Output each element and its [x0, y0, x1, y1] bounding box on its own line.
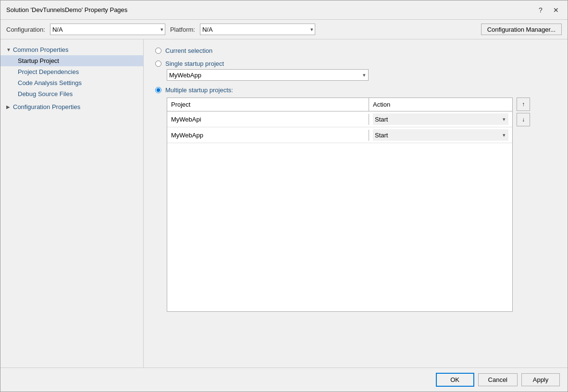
move-down-button[interactable]: ↓ [517, 113, 530, 126]
single-startup-section: Single startup project MyWebApp [155, 60, 556, 81]
multiple-startup-section: Multiple startup projects: Project Actio… [155, 86, 556, 312]
configuration-properties-section: ▶ Configuration Properties [0, 100, 143, 113]
single-startup-row: Single startup project [155, 60, 556, 67]
config-bar: Configuration: N/A Platform: N/A Configu… [0, 20, 568, 39]
platform-select-wrapper: N/A [200, 24, 315, 35]
sidebar-item-startup-project[interactable]: Startup Project [0, 55, 143, 66]
configuration-label: Configuration: [6, 26, 45, 33]
table-row: MyWebApi Start None Start without debugg… [167, 111, 512, 127]
table-row: MyWebApp Start None Start without debugg… [167, 127, 512, 143]
action-select-wrapper-mywebapi: Start None Start without debugging [373, 113, 508, 125]
help-button[interactable]: ? [535, 4, 546, 16]
action-select-wrapper-mywebapp: Start None Start without debugging [373, 129, 508, 141]
sidebar-item-debug-source-files[interactable]: Debug Source Files [0, 88, 143, 99]
ok-button[interactable]: OK [436, 373, 474, 387]
project-name-mywebapp: MyWebApp [167, 130, 369, 141]
table-reorder-buttons: ↑ ↓ [517, 98, 530, 312]
configuration-select-wrapper: N/A [50, 24, 165, 35]
apply-button[interactable]: Apply [521, 373, 560, 386]
configuration-manager-button[interactable]: Configuration Manager... [481, 24, 562, 35]
sidebar-item-code-analysis-settings[interactable]: Code Analysis Settings [0, 77, 143, 88]
table-empty-area [167, 143, 512, 311]
multiple-startup-radio[interactable] [155, 87, 161, 93]
action-select-mywebapi[interactable]: Start None Start without debugging [373, 113, 508, 125]
single-startup-wrapper: MyWebApp [167, 69, 369, 81]
action-cell-mywebapp: Start None Start without debugging [369, 127, 512, 143]
action-cell-mywebapi: Start None Start without debugging [369, 111, 512, 127]
col-action-header: Action [369, 98, 512, 111]
sidebar: ▼ Common Properties Startup Project Proj… [0, 39, 144, 368]
projects-table-container: Project Action MyWebApi Start [167, 98, 556, 312]
platform-select[interactable]: N/A [200, 24, 315, 35]
projects-table: Project Action MyWebApi Start [167, 98, 513, 312]
col-project-header: Project [167, 98, 369, 111]
multiple-startup-row: Multiple startup projects: [155, 86, 556, 94]
single-startup-dropdown[interactable]: MyWebApp [167, 69, 369, 81]
single-startup-select-container: MyWebApp [167, 69, 556, 81]
multiple-startup-label[interactable]: Multiple startup projects: [165, 86, 233, 94]
configuration-properties-header[interactable]: ▶ Configuration Properties [0, 101, 143, 112]
current-selection-label[interactable]: Current selection [165, 47, 212, 54]
close-button[interactable]: ✕ [550, 4, 562, 16]
single-startup-radio[interactable] [155, 61, 161, 67]
current-selection-row: Current selection [155, 47, 556, 54]
common-properties-header[interactable]: ▼ Common Properties [0, 44, 143, 55]
configuration-select[interactable]: N/A [50, 24, 165, 35]
dialog: Solution 'DevTunnelsDemo' Property Pages… [0, 0, 568, 392]
configuration-properties-label: Configuration Properties [13, 103, 80, 110]
common-properties-label: Common Properties [13, 46, 69, 53]
current-selection-radio[interactable] [155, 48, 161, 54]
main-area: ▼ Common Properties Startup Project Proj… [0, 39, 568, 368]
startup-options: Current selection Single startup project… [155, 47, 556, 312]
content-area: Current selection Single startup project… [144, 39, 568, 368]
move-up-button[interactable]: ↑ [517, 98, 530, 111]
expand-arrow-icon: ▶ [6, 104, 10, 110]
action-select-mywebapp[interactable]: Start None Start without debugging [373, 129, 508, 141]
sidebar-item-project-dependencies[interactable]: Project Dependencies [0, 66, 143, 77]
platform-label: Platform: [170, 26, 195, 33]
project-name-mywebapi: MyWebApi [167, 114, 369, 125]
common-properties-section: ▼ Common Properties Startup Project Proj… [0, 43, 143, 100]
projects-table-header: Project Action [167, 98, 512, 111]
cancel-button[interactable]: Cancel [478, 373, 518, 386]
title-bar: Solution 'DevTunnelsDemo' Property Pages… [0, 0, 568, 20]
bottom-bar: OK Cancel Apply [0, 368, 568, 392]
single-startup-label[interactable]: Single startup project [165, 60, 224, 67]
dialog-title: Solution 'DevTunnelsDemo' Property Pages [6, 6, 127, 13]
title-bar-controls: ? ✕ [535, 4, 562, 16]
collapse-arrow-icon: ▼ [6, 47, 11, 52]
